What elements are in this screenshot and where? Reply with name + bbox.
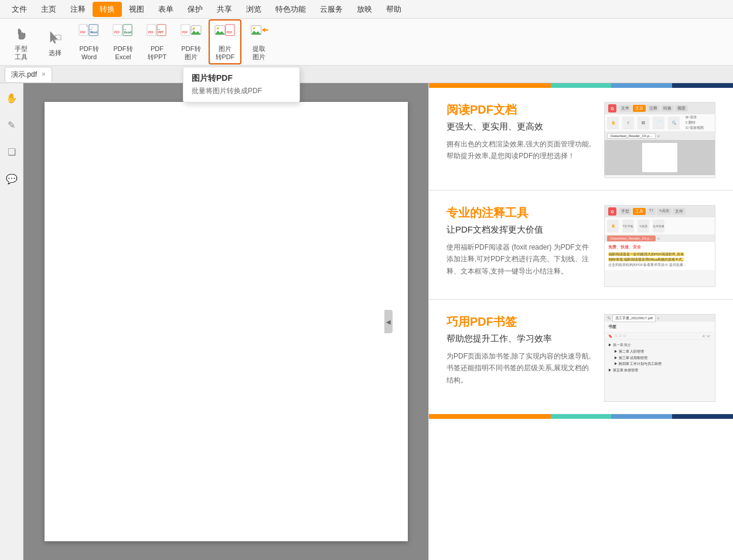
- svg-point-26: [217, 28, 219, 30]
- svg-rect-0: [18, 29, 20, 35]
- menu-convert[interactable]: 转换: [93, 2, 122, 17]
- svg-text:PDF: PDF: [80, 31, 86, 34]
- tab-filename: 演示.pdf: [11, 70, 37, 80]
- feature-annotation-screenshot: G 手型 工具 T† ✎高亮 文件 ✋ T打字机 ✎高亮 文件转换: [604, 205, 715, 287]
- pdf-to-ppt-button[interactable]: PDF PPT → PDF转PPT: [141, 21, 173, 63]
- sidebar-pages-icon[interactable]: ❏: [3, 143, 21, 161]
- menu-browse[interactable]: 浏览: [239, 2, 268, 17]
- tab-close-button[interactable]: ×: [42, 70, 46, 78]
- left-sidebar: ✋ ✎ ❏ 💬: [0, 83, 23, 560]
- pdf-page: [45, 102, 408, 541]
- tooltip-title: 图片转PDF: [192, 73, 291, 84]
- tooltip-desc: 批量将图片转换成PDF: [192, 86, 291, 96]
- color-bar-blue: [611, 83, 672, 88]
- pdf-to-word-label: PDF转Word: [80, 45, 99, 60]
- img-to-pdf-label: 图片转PDF: [216, 45, 235, 60]
- pdf-word-icon: PDF W Word →: [79, 23, 100, 44]
- svg-text:PDF: PDF: [114, 31, 120, 34]
- feature-bookmarks-screenshot: ✎ 员工手册_20120917.pdf × 书签 🔖□□□A⁺ A⁻ ▶ 第一章…: [604, 314, 715, 402]
- extract-icon: [248, 23, 270, 44]
- document-tab[interactable]: 演示.pdf ×: [5, 67, 52, 82]
- menu-annotation[interactable]: 注释: [63, 2, 93, 17]
- feature-bookmarks: ✎ 员工手册_20120917.pdf × 书签 🔖□□□A⁺ A⁻ ▶ 第一章…: [429, 300, 733, 414]
- img-pdf-icon: → PDF: [214, 23, 236, 44]
- select-tool-label: 选择: [49, 49, 62, 57]
- color-bar-teal: [551, 83, 612, 88]
- select-icon: [45, 27, 66, 48]
- top-color-bar: [429, 83, 733, 88]
- toolbar: 手型工具 选择 PDF W Word → PDF转Word: [0, 19, 733, 66]
- svg-text:PDF: PDF: [182, 31, 188, 34]
- hand-tool-button[interactable]: 手型工具: [5, 21, 37, 63]
- menu-view[interactable]: 视图: [122, 2, 151, 17]
- hand-tool-label: 手型工具: [15, 45, 28, 60]
- pdf-to-ppt-label: PDF转PPT: [148, 45, 166, 60]
- bottom-color-bar: [429, 414, 733, 419]
- pdf-ppt-icon: PDF PPT →: [146, 23, 168, 44]
- menu-present[interactable]: 放映: [350, 2, 379, 17]
- pdf-to-img-label: PDF转图片: [182, 45, 201, 60]
- pdf-to-img-button[interactable]: PDF → PDF转图片: [175, 21, 207, 63]
- mini-tabs: 文件 主页 注释 转换 视图: [619, 105, 688, 112]
- hand-icon: [11, 23, 32, 44]
- menu-home[interactable]: 主页: [34, 2, 63, 17]
- feature-read-screenshot: G 文件 主页 注释 转换 视图 ✋ T 🖼 📄 🔍 ⊞ 缩排≡ 翻转⊡: [604, 102, 715, 178]
- extract-img-button[interactable]: 提取图片: [243, 21, 275, 63]
- svg-point-32: [253, 28, 255, 30]
- svg-text:→: →: [88, 27, 93, 33]
- img-to-pdf-button[interactable]: → PDF 图片转PDF: [209, 19, 241, 64]
- sidebar-hand-icon[interactable]: ✋: [3, 89, 21, 107]
- collapse-panel-button[interactable]: ◀: [384, 310, 393, 333]
- color-bar-darkblue: [672, 83, 733, 88]
- menu-share[interactable]: 共享: [210, 2, 239, 17]
- menu-cloud[interactable]: 云服务: [313, 2, 350, 17]
- pdf-excel-icon: PDF Excel →: [112, 23, 134, 44]
- color-bar-orange: [429, 83, 551, 88]
- feature-read-pdf: G 文件 主页 注释 转换 视图 ✋ T 🖼 📄 🔍 ⊞ 缩排≡ 翻转⊡: [429, 88, 733, 190]
- svg-marker-34: [262, 28, 268, 33]
- bottom-bar-teal: [551, 414, 612, 419]
- menu-bar: 文件 主页 注释 转换 视图 表单 保护 共享 浏览 特色功能 云服务 放映 帮…: [0, 0, 733, 19]
- pdf-img-icon: PDF →: [180, 23, 202, 44]
- bottom-bar-blue: [611, 414, 672, 419]
- bottom-bar-orange: [429, 414, 551, 419]
- tab-bar: 演示.pdf ×: [0, 66, 733, 83]
- menu-special[interactable]: 特色功能: [268, 2, 313, 17]
- main-area: ✋ ✎ ❏ 💬 ◀ G 文件 主页: [0, 83, 733, 560]
- feature-annotation: G 手型 工具 T† ✎高亮 文件 ✋ T打字机 ✎高亮 文件转换: [429, 191, 733, 299]
- sidebar-comment-icon[interactable]: 💬: [3, 170, 21, 187]
- menu-protect[interactable]: 保护: [180, 2, 210, 17]
- select-tool-button[interactable]: 选择: [39, 23, 71, 61]
- right-panel: G 文件 主页 注释 转换 视图 ✋ T 🖼 📄 🔍 ⊞ 缩排≡ 翻转⊡: [428, 83, 733, 560]
- svg-text:→: →: [156, 27, 161, 33]
- sidebar-edit-icon[interactable]: ✎: [3, 116, 21, 134]
- pdf-area: [23, 83, 428, 560]
- svg-text:PDF: PDF: [148, 31, 154, 34]
- menu-help[interactable]: 帮助: [379, 2, 408, 17]
- svg-text:→: →: [190, 27, 195, 33]
- svg-text:→: →: [122, 27, 127, 33]
- menu-form[interactable]: 表单: [151, 2, 180, 17]
- menu-file[interactable]: 文件: [5, 2, 34, 17]
- svg-text:PDF: PDF: [227, 31, 233, 34]
- pdf-to-word-button[interactable]: PDF W Word → PDF转Word: [73, 21, 105, 63]
- pdf-to-excel-label: PDF转Excel: [114, 45, 133, 60]
- extract-img-label: 提取图片: [253, 45, 265, 60]
- mini-logo: G: [608, 104, 616, 112]
- tooltip-box: 图片转PDF 批量将图片转换成PDF: [183, 67, 300, 103]
- mini-logo-2: G: [608, 207, 616, 216]
- bottom-bar-darkblue: [672, 414, 733, 419]
- pdf-to-excel-button[interactable]: PDF Excel → PDF转Excel: [107, 21, 139, 63]
